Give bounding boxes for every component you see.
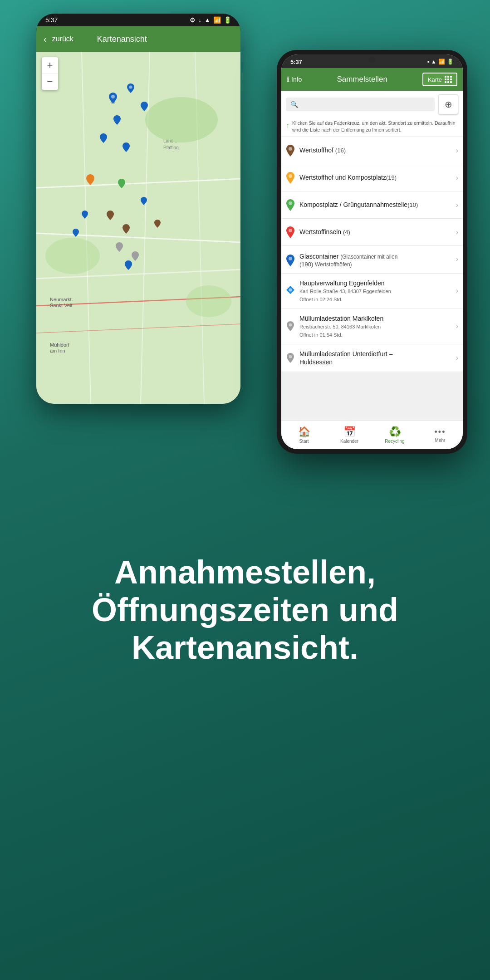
nav-label-start: Start — [299, 439, 309, 444]
home-icon: 🏠 — [298, 426, 310, 438]
svg-point-25 — [289, 257, 292, 260]
chevron-icon: › — [456, 174, 458, 182]
search-input-wrapper[interactable]: 🔍 — [286, 98, 435, 111]
svg-point-17 — [186, 285, 231, 317]
status-icons-front: ▪ ▲ 📶 🔋 — [427, 59, 454, 65]
info-icon: ℹ — [287, 75, 289, 83]
svg-point-28 — [289, 323, 292, 327]
nav-label-recycling: Recycling — [385, 439, 404, 444]
karte-label: Karte — [428, 76, 442, 83]
chevron-icon: › — [456, 255, 458, 263]
sim-icon: ▪ — [427, 59, 429, 65]
chevron-icon: › — [456, 147, 458, 155]
nav-item-kalender[interactable]: 📅 Kalender — [327, 421, 372, 449]
phones-area: 5:37 ⚙ ↓ ▲ 📶 🔋 ‹ zurück Kartenansicht — [0, 0, 490, 508]
hint-content: Klicken Sie auf das Fadenkreuz, um den a… — [292, 120, 458, 133]
header-title: Sammelstellen — [305, 75, 419, 84]
status-icons-back: ⚙ ↓ ▲ 📶 🔋 — [190, 16, 231, 24]
phone-front-screen: 5:37 ▪ ▲ 📶 🔋 ℹ Info Sammelstellen Karte — [281, 54, 463, 449]
list-item[interactable]: Hauptverwaltung Eggenfelden Karl-Rolle-S… — [281, 274, 463, 309]
pin-icon-kompost — [286, 172, 295, 184]
chevron-icon: › — [456, 354, 458, 362]
pin-icon-unterdietfurt — [286, 352, 295, 364]
status-time-back: 5:37 — [45, 16, 58, 24]
item-text: Wertstoffinseln (4) — [299, 228, 451, 236]
pin-icon-wertstoffhof — [286, 144, 295, 157]
zoom-out-button[interactable]: − — [42, 74, 58, 90]
back-arrow-icon[interactable]: ‹ — [44, 34, 47, 44]
svg-point-24 — [289, 229, 292, 232]
wifi-icon: ▲ — [431, 59, 436, 65]
svg-point-20 — [129, 86, 132, 89]
phone-back: 5:37 ⚙ ↓ ▲ 📶 🔋 ‹ zurück Kartenansicht — [36, 14, 240, 404]
karte-button[interactable]: Karte — [422, 73, 457, 86]
svg-point-22 — [289, 174, 292, 178]
map-svg: Neumarkt- Sankt Veit Mühldorf am Inn Lan… — [36, 52, 240, 404]
svg-point-19 — [111, 95, 115, 98]
grid-icon — [445, 76, 452, 83]
kartenansicht-title: Kartenansicht — [97, 34, 147, 44]
app-bar-back: ‹ zurück Kartenansicht — [36, 26, 240, 52]
svg-point-15 — [145, 97, 218, 142]
battery-icon: 🔋 — [447, 59, 454, 65]
item-text: Kompostplatz / Grüngutannahmestelle(10) — [299, 201, 451, 209]
camera-notch — [369, 56, 375, 63]
svg-point-23 — [289, 201, 292, 205]
list-container: Wertstoffhof (16) › Wertstoffhof und Kom… — [281, 137, 463, 420]
list-item[interactable]: Müllumladestation Marklkofen Reisbachers… — [281, 309, 463, 344]
nav-item-recycling[interactable]: ♻️ Recycling — [372, 421, 417, 449]
list-item[interactable]: Wertstoffinseln (4) › — [281, 219, 463, 246]
nav-item-mehr[interactable]: ••• Mehr — [417, 421, 463, 449]
svg-rect-0 — [36, 52, 240, 404]
item-text: Glascontainer (Glascontainer mit allen (… — [299, 252, 451, 268]
more-icon: ••• — [435, 427, 446, 437]
chevron-icon: › — [456, 287, 458, 295]
pin-icon-gruengut — [286, 199, 295, 211]
svg-point-27 — [289, 289, 292, 292]
search-icon: 🔍 — [290, 101, 298, 108]
search-input[interactable] — [301, 101, 430, 108]
pin-icon-glascontainer — [286, 254, 295, 267]
chevron-icon: › — [456, 228, 458, 236]
chevron-icon: › — [456, 322, 458, 330]
item-text: Müllumladestation Unterdietfurt –Huldses… — [299, 350, 451, 366]
text-area: Annahmestellen, Öffnungszeiten und Karte… — [0, 517, 490, 711]
hint-arrow-icon: ↑ — [286, 121, 289, 131]
app-header: ℹ Info Sammelstellen Karte — [281, 68, 463, 91]
pin-icon-hauptverwaltung — [286, 284, 295, 297]
list-item[interactable]: Kompostplatz / Grüngutannahmestelle(10) … — [281, 191, 463, 219]
bottom-nav: 🏠 Start 📅 Kalender ♻️ Recycling ••• Mehr — [281, 420, 463, 449]
calendar-icon: 📅 — [343, 426, 356, 438]
list-item[interactable]: Wertstoffhof und Kompostplatz(19) › — [281, 164, 463, 191]
map-zoom-controls[interactable]: + − — [42, 57, 58, 90]
svg-point-16 — [45, 238, 100, 274]
pin-icon-marklkofen — [286, 320, 295, 333]
recycling-icon: ♻️ — [389, 426, 401, 438]
svg-point-21 — [289, 147, 292, 151]
zoom-in-button[interactable]: + — [42, 57, 58, 74]
zurück-label[interactable]: zurück — [52, 35, 74, 43]
svg-text:Mühldorf: Mühldorf — [50, 342, 70, 348]
nav-item-start[interactable]: 🏠 Start — [281, 421, 327, 449]
hint-text: ↑ Klicken Sie auf das Fadenkreuz, um den… — [281, 118, 463, 137]
svg-text:Pfaffing: Pfaffing — [163, 145, 179, 150]
svg-text:Sankt Veit: Sankt Veit — [50, 303, 73, 308]
svg-text:am Inn: am Inn — [50, 348, 65, 353]
phone-front: 5:37 ▪ ▲ 📶 🔋 ℹ Info Sammelstellen Karte — [277, 50, 467, 454]
list-item[interactable]: Glascontainer (Glascontainer mit allen (… — [281, 246, 463, 274]
search-bar: 🔍 ⊕ — [281, 91, 463, 118]
item-text: Hauptverwaltung Eggenfelden Karl-Rolle-S… — [299, 279, 451, 303]
nav-label-kalender: Kalender — [340, 439, 358, 444]
info-label: Info — [291, 76, 302, 83]
location-button[interactable]: ⊕ — [438, 94, 458, 114]
svg-point-29 — [289, 355, 292, 358]
info-button[interactable]: ℹ Info — [287, 75, 302, 83]
list-item[interactable]: Wertstoffhof (16) › — [281, 137, 463, 164]
list-item[interactable]: Müllumladestation Unterdietfurt –Huldses… — [281, 344, 463, 372]
map-area[interactable]: Neumarkt- Sankt Veit Mühldorf am Inn Lan… — [36, 52, 240, 404]
chevron-icon: › — [456, 201, 458, 209]
signal-icon: 📶 — [438, 59, 445, 65]
status-bar-back: 5:37 ⚙ ↓ ▲ 📶 🔋 — [36, 14, 240, 26]
item-text: Wertstoffhof und Kompostplatz(19) — [299, 173, 451, 182]
svg-text:Neumarkt-: Neumarkt- — [50, 297, 74, 302]
